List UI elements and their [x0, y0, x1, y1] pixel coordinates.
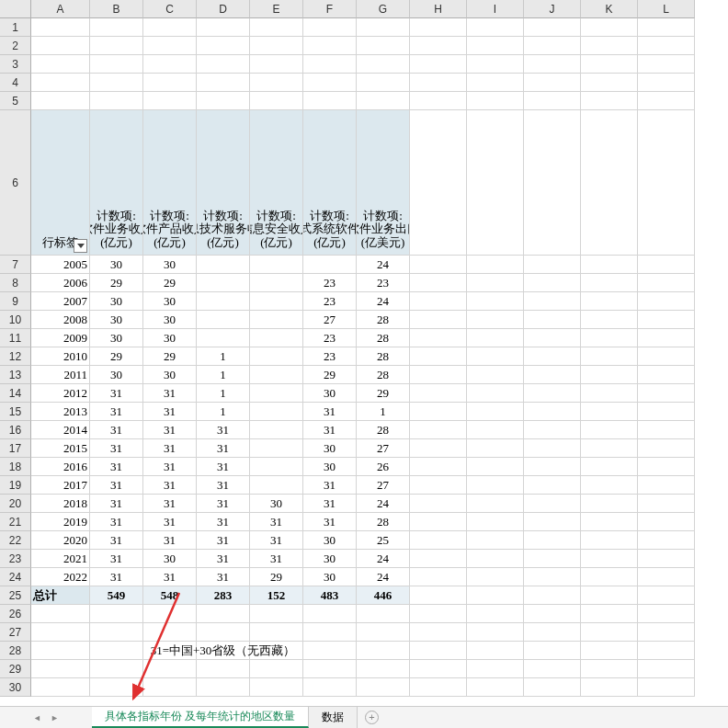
cell[interactable]: [31, 55, 90, 74]
cell[interactable]: [581, 311, 638, 329]
cell[interactable]: [524, 403, 581, 421]
note-cell[interactable]: 31=中国+30省级（无西藏）: [197, 642, 250, 660]
cell[interactable]: [467, 256, 524, 274]
value-cell[interactable]: 31: [143, 439, 197, 458]
value-cell[interactable]: 30: [143, 292, 197, 311]
cell[interactable]: [197, 605, 250, 623]
cell[interactable]: [143, 678, 197, 697]
row-header-3[interactable]: 3: [0, 55, 31, 74]
cell[interactable]: [524, 74, 581, 92]
col-header-L[interactable]: L: [638, 0, 695, 18]
row-header-30[interactable]: 30: [0, 678, 31, 697]
year-cell[interactable]: 2013: [31, 403, 90, 421]
cell[interactable]: [303, 642, 357, 660]
value-cell[interactable]: [250, 347, 303, 366]
cell[interactable]: [638, 384, 695, 403]
value-cell[interactable]: 31: [303, 476, 357, 495]
cell[interactable]: [638, 256, 695, 274]
cell[interactable]: [638, 274, 695, 292]
cell[interactable]: [467, 110, 524, 256]
total-value-cell[interactable]: 548: [143, 586, 197, 605]
cell[interactable]: [581, 513, 638, 531]
value-cell[interactable]: 24: [357, 568, 410, 586]
cell[interactable]: [303, 55, 357, 74]
value-cell[interactable]: 30: [143, 329, 197, 347]
cell[interactable]: [638, 495, 695, 513]
cell[interactable]: [581, 110, 638, 256]
total-label-cell[interactable]: 总计: [31, 586, 90, 605]
row-header-1[interactable]: 1: [0, 18, 31, 37]
cell[interactable]: [31, 623, 90, 642]
value-cell[interactable]: 30: [303, 458, 357, 476]
col-header-H[interactable]: H: [410, 0, 467, 18]
value-cell[interactable]: [303, 256, 357, 274]
cell[interactable]: [581, 586, 638, 605]
cell[interactable]: [303, 18, 357, 37]
value-cell[interactable]: 30: [143, 366, 197, 384]
value-cell[interactable]: 30: [90, 292, 143, 311]
year-cell[interactable]: 2016: [31, 458, 90, 476]
cell[interactable]: [357, 605, 410, 623]
year-cell[interactable]: 2005: [31, 256, 90, 274]
cell[interactable]: [524, 55, 581, 74]
value-cell[interactable]: 31: [197, 495, 250, 513]
cell[interactable]: [250, 18, 303, 37]
cell[interactable]: [410, 513, 467, 531]
cell[interactable]: [467, 476, 524, 495]
year-cell[interactable]: 2009: [31, 329, 90, 347]
cell[interactable]: [410, 366, 467, 384]
cell[interactable]: [467, 37, 524, 55]
cell[interactable]: [303, 678, 357, 697]
value-cell[interactable]: 1: [197, 366, 250, 384]
year-cell[interactable]: 2011: [31, 366, 90, 384]
cell[interactable]: [581, 384, 638, 403]
cell[interactable]: [197, 18, 250, 37]
year-cell[interactable]: 2020: [31, 531, 90, 550]
cell[interactable]: [410, 439, 467, 458]
value-cell[interactable]: 31: [90, 513, 143, 531]
cell[interactable]: [90, 660, 143, 678]
value-cell[interactable]: 31: [250, 513, 303, 531]
cell[interactable]: [197, 92, 250, 110]
cell[interactable]: [581, 347, 638, 366]
col-header-J[interactable]: J: [524, 0, 581, 18]
value-cell[interactable]: 30: [303, 550, 357, 568]
cell[interactable]: [581, 92, 638, 110]
cell[interactable]: [467, 678, 524, 697]
cell[interactable]: [467, 55, 524, 74]
cell[interactable]: [581, 568, 638, 586]
cell[interactable]: [524, 605, 581, 623]
cell[interactable]: [638, 568, 695, 586]
row-header-16[interactable]: 16: [0, 421, 31, 439]
cell[interactable]: [250, 623, 303, 642]
value-cell[interactable]: 27: [303, 311, 357, 329]
cell[interactable]: [31, 678, 90, 697]
value-cell[interactable]: 31: [197, 439, 250, 458]
year-cell[interactable]: 2017: [31, 476, 90, 495]
cell[interactable]: [410, 274, 467, 292]
cell[interactable]: [90, 642, 143, 660]
year-cell[interactable]: 2022: [31, 568, 90, 586]
cell[interactable]: [581, 678, 638, 697]
value-cell[interactable]: 31: [143, 513, 197, 531]
row-header-27[interactable]: 27: [0, 623, 31, 642]
cell[interactable]: [250, 660, 303, 678]
pivot-row-label-header[interactable]: 行标签: [31, 110, 90, 256]
cell[interactable]: [467, 605, 524, 623]
value-cell[interactable]: 28: [357, 513, 410, 531]
cell[interactable]: [467, 74, 524, 92]
cell[interactable]: [357, 18, 410, 37]
cell[interactable]: [524, 92, 581, 110]
year-cell[interactable]: 2008: [31, 311, 90, 329]
cell[interactable]: [467, 347, 524, 366]
cell[interactable]: [467, 513, 524, 531]
row-header-29[interactable]: 29: [0, 660, 31, 678]
cell[interactable]: [357, 678, 410, 697]
value-cell[interactable]: 1: [197, 403, 250, 421]
value-cell[interactable]: 29: [303, 366, 357, 384]
value-cell[interactable]: 31: [143, 531, 197, 550]
cell[interactable]: [303, 623, 357, 642]
cell[interactable]: [410, 403, 467, 421]
cell[interactable]: [250, 37, 303, 55]
cell[interactable]: [638, 439, 695, 458]
